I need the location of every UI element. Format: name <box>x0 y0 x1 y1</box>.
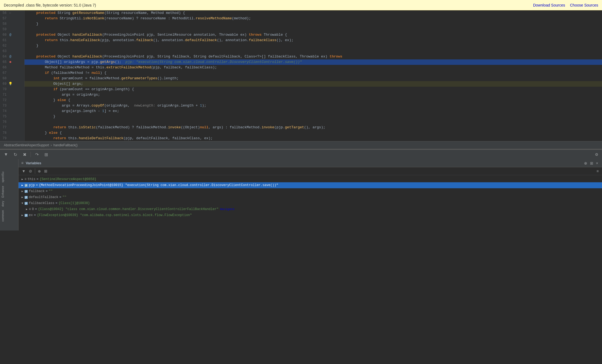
breadcrumb: AbstractSentinelAspectSupport › handleFa… <box>0 141 602 149</box>
var-expand-icon[interactable]: ▶ <box>20 213 25 217</box>
line-icon <box>8 43 13 48</box>
panel-expand-btn[interactable]: ⊕ <box>583 160 588 166</box>
debug-btn-down[interactable]: ▼ <box>2 151 10 158</box>
bottom-section: ▼ ↻ ✖ ↷ ⊞ ⚙ spectSu Enhance dory common … <box>0 149 602 230</box>
line-gutter: 64@ <box>0 54 25 59</box>
code-token: ().length; <box>157 76 179 80</box>
code-token: copyOf <box>92 104 104 108</box>
line-number: 68 <box>0 76 8 81</box>
code-token <box>28 87 53 91</box>
line-icon <box>8 119 13 125</box>
var-expand-icon[interactable]: ▶ <box>25 207 29 211</box>
choose-sources-link[interactable]: Choose Sources <box>570 3 598 7</box>
var-expand-icon[interactable]: ▶ <box>20 189 25 193</box>
code-token: args = Arrays. <box>28 104 92 108</box>
code-token: if <box>53 87 58 91</box>
line-gutter: 74 <box>0 108 25 114</box>
var-expand-icon[interactable]: ▶ <box>20 195 25 199</box>
code-token: int <box>53 76 60 80</box>
warning-icon: 💡 <box>8 81 13 87</box>
line-icon <box>8 87 13 92</box>
var-btn-table[interactable]: ⊞ <box>43 168 48 174</box>
line-icon <box>8 114 13 119</box>
code-content: int paramCount = fallbackMethod.getParam… <box>25 76 602 81</box>
var-divider <box>35 168 35 174</box>
var-eq: = <box>56 201 57 205</box>
line-gutter: 79 <box>0 136 25 141</box>
var-row[interactable]: ▶≡this = {SentinelResourceAspect@9858} <box>19 176 602 182</box>
code-token: isNotBlank <box>83 16 104 20</box>
var-eq: = <box>36 183 38 187</box>
debug-btn-stop[interactable]: ✖ <box>21 151 28 158</box>
variables-tree[interactable]: ▶≡this = {SentinelResourceAspect@9858}▶p… <box>19 175 602 230</box>
line-gutter: 58 <box>0 21 25 27</box>
sidebar-label-4[interactable]: common <box>0 208 18 223</box>
line-number: 75 <box>0 114 8 119</box>
var-btn-filter[interactable]: ⊘ <box>28 168 33 174</box>
code-content: } <box>25 21 602 27</box>
line-icon <box>8 16 13 21</box>
code-token: null <box>200 125 208 129</box>
code-content: Method fallbackMethod = this.extractFall… <box>25 65 602 70</box>
code-token: throws <box>330 54 342 59</box>
var-navigate-link[interactable]: Navigate <box>220 208 235 211</box>
sidebar-label-2[interactable]: Enhance <box>0 184 18 199</box>
var-btn-expand[interactable]: ⊕ <box>37 169 42 174</box>
code-token: else <box>57 98 66 102</box>
var-expand-icon[interactable]: ▶ <box>20 177 25 181</box>
code-line: 58 } <box>0 21 602 27</box>
sidebar-label-3[interactable]: dory <box>0 199 18 208</box>
var-value: "" <box>49 189 53 193</box>
var-row[interactable]: ▶pdefaultFallback = "" <box>19 194 602 200</box>
code-line: 67 if (fallbackMethod != null) { <box>0 70 602 76</box>
var-row[interactable]: ▶ppjp = {MethodInvocationProceedingJoinP… <box>19 182 602 188</box>
line-number: 72 <box>0 98 8 103</box>
code-content: protected Object handleFallback(Proceedi… <box>25 54 602 59</box>
var-row[interactable]: ▶pfallback = "" <box>19 188 602 194</box>
breadcrumb-class: AbstractSentinelAspectSupport <box>4 143 49 147</box>
var-expand-icon[interactable]: ▼ <box>20 201 25 205</box>
line-icon <box>8 38 13 43</box>
line-gutter: 70 <box>0 87 25 92</box>
line-number: 59 <box>0 27 8 32</box>
code-line: 66 Method fallbackMethod = this.extractF… <box>0 65 602 70</box>
line-number: 62 <box>0 43 8 48</box>
code-token: return <box>53 125 68 129</box>
line-gutter: 68 <box>0 76 25 81</box>
var-expand-icon[interactable]: ▶ <box>20 183 25 187</box>
line-gutter: 78 <box>0 130 25 136</box>
line-gutter: 77 <box>0 125 25 130</box>
line-number: 73 <box>0 103 8 108</box>
code-content <box>25 119 602 125</box>
var-name: defaultFallback <box>29 195 58 199</box>
var-toolbar: ▼ ⊘ ⊕ ⊞ ≡ <box>19 167 602 175</box>
code-content: return this.isStatic(fallbackMethod) ? f… <box>25 125 602 130</box>
var-btn-down[interactable]: ▼ <box>21 168 27 174</box>
debug-btn-grid[interactable]: ⊞ <box>42 151 50 158</box>
code-token: args = originArgs; <box>28 93 100 97</box>
var-row[interactable]: ▶≡0 = {Class@10042} "class com.xian.clou… <box>19 206 602 212</box>
code-token: Object <box>55 54 72 59</box>
var-row[interactable]: ▶pex = {FlowException@10039} "com.alibab… <box>19 212 602 218</box>
code-token: this. <box>60 38 70 42</box>
debug-btn-resume[interactable]: ↻ <box>11 151 19 158</box>
code-token: (ProceedingJoinPoint pjp, String fallbac… <box>102 54 330 59</box>
download-sources-link[interactable]: Download Sources <box>533 3 565 7</box>
var-row[interactable]: ▼pfallbackClass = {Class[1]@10038} <box>19 200 602 206</box>
var-btn-extra[interactable]: ≡ <box>595 168 600 174</box>
debug-settings-btn[interactable]: ⚙ <box>593 151 600 158</box>
line-icon: @ <box>8 32 13 38</box>
panel-close-btn[interactable]: × <box>595 160 599 166</box>
code-token: Object[] originArgs = pjp. <box>28 60 100 64</box>
variables-icon: ≡ <box>21 161 23 165</box>
code-line: 72 } else { <box>0 98 602 103</box>
sidebar-label-1[interactable]: spectSu <box>0 170 18 184</box>
code-token: (fallbackMethod) ? fallbackMethod. <box>96 125 168 129</box>
code-token: fallback <box>136 38 153 42</box>
var-value: "" <box>62 195 66 199</box>
line-gutter: 65● <box>0 59 25 65</box>
line-number: 57 <box>0 16 8 21</box>
code-line: 77 return this.isStatic(fallbackMethod) … <box>0 125 602 130</box>
debug-btn-step-over[interactable]: ↷ <box>33 151 41 158</box>
panel-restore-btn[interactable]: ⊞ <box>589 160 594 166</box>
